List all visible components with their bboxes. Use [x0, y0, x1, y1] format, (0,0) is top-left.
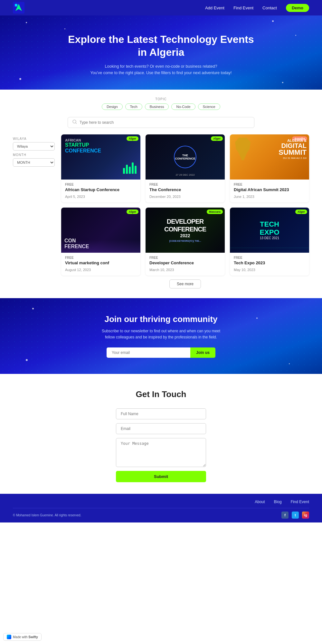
card-virtual-marketing[interactable]: Alger CONFERENCE FREE Virtual marketing … [61, 208, 140, 276]
hero-subtitle: Looking for tech events? Or even no-code… [90, 63, 232, 76]
card-date-overlay-2: 27 29 DEC 2022 [175, 173, 194, 176]
sparkle [272, 20, 274, 22]
card-title-overlay-6: TECHEXPO [260, 220, 279, 236]
sparkle [19, 78, 21, 80]
community-section: Join our thriving community Subscribe to… [0, 298, 322, 374]
cards-grid: Alger AFRICAN STARTUP CONFERENCE [61, 134, 309, 276]
community-description: Subscribe to our newsletter to find out … [97, 328, 225, 340]
newsletter-form: Join us [107, 347, 215, 358]
card-badge-5: Mascara [207, 210, 223, 214]
bars-chart [123, 162, 137, 174]
card-image-2: Alger THECONFERENCE 27 29 DEC 2022 [146, 134, 225, 180]
contact-email-input[interactable] [116, 423, 206, 434]
card-badge-6: Alger [295, 210, 307, 214]
wilaya-select[interactable]: Wilaya [13, 142, 55, 151]
card-body-2: FREE The Conference December 20, 2023 [146, 180, 225, 202]
card-body-3: FREE Digital African Summit 2023 June 1,… [230, 180, 309, 202]
sparkle [289, 363, 290, 364]
search-input[interactable] [80, 120, 250, 125]
filter-business[interactable]: Business [145, 103, 169, 110]
filter-tags: Design Tech Business No-Code Science [13, 103, 309, 110]
card-tech-expo[interactable]: Alger TECHEXPO 13 DEC 2021 FREE Tech Exp… [230, 208, 309, 276]
card-circle: THECONFERENCE [174, 146, 196, 168]
card-name-1: African Startup Conference [65, 187, 137, 192]
card-sub-overlay-6: 13 DEC 2021 [260, 236, 279, 240]
card-free-3: FREE [234, 183, 305, 186]
footer: About Blog Find Event © Mohamed Islem Gu… [0, 494, 322, 522]
search-bar [68, 117, 254, 128]
card-date-5: March 10, 2023 [149, 268, 221, 272]
logo[interactable] [13, 2, 24, 14]
navbar: Add Event Find Event Contact Demo [0, 0, 322, 15]
card-body-1: FREE African Startup Conference April 5,… [61, 180, 140, 202]
card-badge-1: Alger [127, 136, 138, 141]
card-image-5: Mascara DEVELOPER CONFERENCE 2022 [Code•… [146, 208, 225, 253]
nav-links: Add Event Find Event Contact Demo [205, 4, 309, 12]
nav-add-event[interactable]: Add Event [205, 5, 224, 10]
card-body-6: FREE Tech Expo 2023 May 10, 2023 [230, 253, 309, 276]
filter-science[interactable]: Science [198, 103, 220, 110]
instagram-icon[interactable]: ig [302, 512, 309, 519]
card-body-5: FREE Developer Conference March 10, 2023 [146, 253, 225, 276]
filters-section: TOPIC Design Tech Business No-Code Scien… [0, 90, 322, 112]
sparkle [295, 35, 296, 36]
contact-title: Get In Touch [13, 389, 309, 399]
submit-button[interactable]: Submit [116, 471, 206, 482]
join-us-button[interactable]: Join us [190, 347, 215, 358]
community-title: Join our thriving community [104, 314, 217, 324]
card-image-4: Alger CONFERENCE [61, 208, 140, 253]
search-icon [72, 120, 77, 125]
card-digital-summit[interactable]: Annaba ALGERIA & DIGITAL SUMMIT DU 31 MA… [230, 134, 309, 202]
card-the-conference[interactable]: Alger THECONFERENCE 27 29 DEC 2022 FREE … [146, 134, 225, 202]
sparkle [26, 22, 27, 23]
cards-area: Alger AFRICAN STARTUP CONFERENCE [61, 134, 309, 288]
sparkle [64, 28, 65, 29]
card-title-overlay-5: DEVELOPER CONFERENCE 2022 [Code•Keyword(… [164, 218, 206, 242]
hero-title: Explore the Latest Technology Events in … [64, 33, 258, 59]
contact-message-input[interactable] [116, 438, 206, 467]
card-name-6: Tech Expo 2023 [234, 260, 305, 265]
card-developer-conf[interactable]: Mascara DEVELOPER CONFERENCE 2022 [Code•… [146, 208, 225, 276]
card-date-2: December 20, 2023 [149, 195, 221, 199]
card-free-4: FREE [65, 256, 137, 259]
africa-map [233, 138, 252, 160]
card-free-6: FREE [234, 256, 305, 259]
contact-form: Submit [13, 408, 309, 482]
card-title-overlay-2: THECONFERENCE [175, 154, 195, 160]
filter-tech[interactable]: Tech [125, 103, 142, 110]
card-image-6: Alger TECHEXPO 13 DEC 2021 [230, 208, 309, 253]
topic-label: TOPIC [13, 97, 309, 101]
card-image-1: Alger AFRICAN STARTUP CONFERENCE [61, 134, 140, 180]
sparkle [26, 359, 28, 361]
card-name-3: Digital African Summit 2023 [234, 187, 305, 192]
card-body-4: FREE Virtual marketing conf August 12, 2… [61, 253, 140, 276]
card-image-3: Annaba ALGERIA & DIGITAL SUMMIT DU 31 MA… [230, 134, 309, 180]
footer-blog[interactable]: Blog [274, 500, 282, 504]
demo-button[interactable]: Demo [286, 4, 309, 12]
svg-rect-2 [15, 4, 17, 6]
month-select[interactable]: MONTH [13, 158, 55, 167]
facebook-icon[interactable]: f [281, 512, 289, 519]
filter-design[interactable]: Design [102, 103, 122, 110]
footer-about[interactable]: About [255, 500, 265, 504]
footer-socials: f t ig [281, 512, 309, 519]
wilaya-label: Wilaya [13, 137, 55, 141]
filter-nocode[interactable]: No-Code [171, 103, 195, 110]
see-more-button[interactable]: See more [169, 279, 201, 288]
month-label: MONTH [13, 153, 55, 157]
card-date-1: April 5, 2023 [65, 195, 137, 199]
logo-icon [13, 2, 24, 14]
footer-find-event[interactable]: Find Event [291, 500, 309, 504]
card-date-6: May 10, 2023 [234, 268, 305, 272]
card-african-startup[interactable]: Alger AFRICAN STARTUP CONFERENCE [61, 134, 140, 202]
newsletter-email-input[interactable] [107, 347, 190, 358]
nav-find-event[interactable]: Find Event [233, 5, 253, 10]
twitter-icon[interactable]: t [292, 512, 299, 519]
contact-fullname-input[interactable] [116, 408, 206, 419]
card-name-4: Virtual marketing conf [65, 260, 137, 265]
sidebar: Wilaya Wilaya MONTH MONTH [13, 134, 55, 288]
card-name-5: Developer Conference [149, 260, 221, 265]
search-section [0, 112, 322, 131]
main-content: Wilaya Wilaya MONTH MONTH Alger AFRICAN … [0, 131, 322, 298]
nav-contact[interactable]: Contact [262, 5, 277, 10]
